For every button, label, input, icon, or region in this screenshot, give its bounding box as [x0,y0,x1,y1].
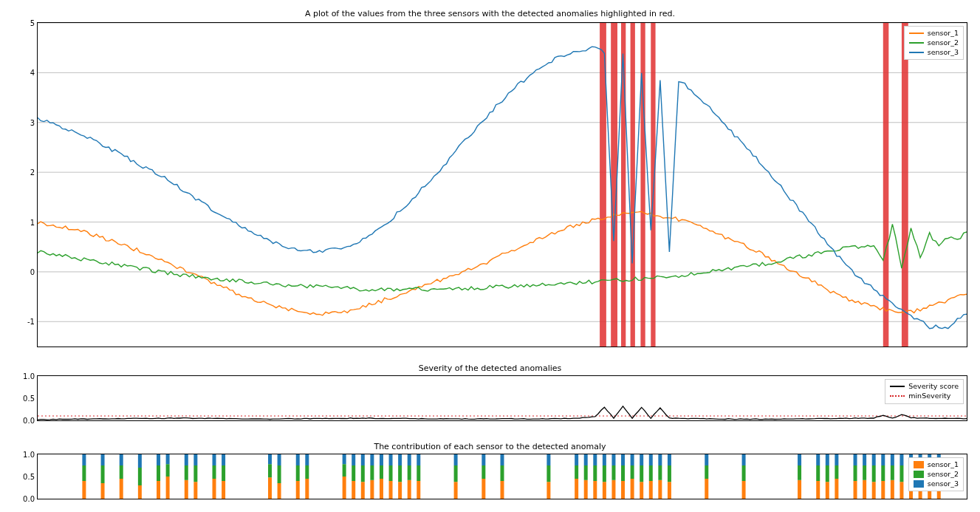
svg-rect-52 [296,481,300,499]
svg-rect-64 [361,482,365,499]
legend-label: sensor_2 [928,470,959,479]
svg-rect-92 [501,465,504,481]
svg-rect-25 [138,485,142,499]
sensors-plot-svg [38,23,967,347]
svg-rect-46 [268,477,272,499]
svg-rect-132 [705,454,708,465]
svg-rect-133 [742,481,746,499]
svg-rect-26 [138,468,142,485]
svg-rect-45 [222,454,225,465]
svg-rect-72 [380,454,383,465]
ytick-label: 0.0 [17,417,35,425]
subplot-contribution: sensor_1 sensor_2 sensor_3 0.00.51.0 [37,454,967,499]
svg-rect-79 [408,480,411,499]
svg-rect-127 [668,482,671,499]
svg-rect-93 [501,454,504,465]
svg-rect-77 [398,465,402,482]
ytick-label: 1.0 [17,451,35,459]
svg-rect-87 [454,454,458,465]
svg-rect-44 [222,465,225,481]
svg-rect-91 [501,481,504,499]
svg-rect-102 [584,454,588,465]
subplot-severity: Severity score minSeverity 0.00.51.0 [37,375,967,421]
svg-rect-16 [82,481,86,499]
svg-rect-157 [881,481,885,499]
svg-rect-78 [398,454,402,465]
svg-rect-129 [668,454,671,465]
svg-rect-30 [157,454,160,465]
svg-rect-89 [482,465,485,479]
svg-rect-104 [593,465,597,481]
legend-label: sensor_1 [928,29,959,38]
svg-rect-21 [101,454,105,465]
svg-rect-124 [658,480,662,499]
swatch-icon [890,395,905,397]
svg-rect-36 [185,454,188,465]
svg-rect-37 [193,482,197,499]
svg-rect-138 [798,454,801,465]
ytick-label: 0.5 [17,473,35,481]
svg-rect-10 [631,23,635,347]
svg-rect-159 [881,454,885,465]
svg-rect-56 [305,465,309,479]
svg-rect-153 [863,454,866,465]
legend-row: sensor_1 [909,29,959,38]
svg-rect-60 [343,454,346,464]
legend-row: minSeverity [890,392,959,401]
ytick-label: 3 [17,118,35,126]
legend-sensors: sensor_1 sensor_2 sensor_3 [904,26,964,60]
svg-rect-24 [120,454,123,465]
svg-rect-23 [120,465,123,479]
swatch-icon [914,471,924,478]
svg-rect-117 [631,454,634,465]
svg-rect-81 [408,454,411,465]
svg-rect-98 [575,465,578,479]
ytick-label: -1 [17,318,35,326]
svg-rect-84 [417,454,420,465]
svg-rect-50 [278,465,281,483]
svg-rect-39 [193,454,197,465]
swatch-icon [909,52,924,53]
svg-rect-165 [900,454,903,465]
svg-rect-55 [305,479,309,499]
svg-rect-123 [649,454,653,465]
svg-rect-162 [891,454,894,465]
svg-rect-62 [352,465,355,481]
svg-rect-63 [352,454,355,465]
svg-rect-122 [649,465,653,481]
svg-rect-31 [166,477,170,499]
svg-rect-119 [640,465,643,482]
svg-rect-88 [482,479,485,499]
svg-rect-27 [138,454,142,468]
svg-rect-58 [343,477,346,499]
svg-rect-19 [101,483,105,499]
ytick-label: 4 [17,69,35,77]
svg-rect-135 [742,454,746,465]
svg-rect-99 [575,454,578,465]
swatch-icon [909,42,924,44]
svg-rect-106 [603,482,606,499]
svg-rect-114 [621,454,625,465]
svg-rect-160 [891,480,894,499]
swatch-icon [909,33,924,34]
ytick-label: 0 [17,267,35,276]
svg-rect-22 [120,479,123,499]
ytick-label: 1.0 [17,372,35,380]
svg-rect-14 [902,23,908,347]
svg-rect-142 [826,482,829,499]
svg-rect-73 [389,481,393,499]
svg-rect-130 [705,479,708,499]
svg-rect-145 [835,479,838,499]
svg-rect-43 [222,481,225,499]
svg-rect-90 [482,454,485,465]
svg-rect-40 [213,479,216,499]
svg-rect-111 [611,454,615,465]
svg-rect-80 [408,465,411,480]
svg-rect-96 [546,454,550,465]
svg-rect-85 [454,482,458,499]
svg-rect-147 [835,454,838,465]
svg-rect-66 [361,454,365,465]
svg-rect-35 [185,465,188,480]
legend-label: sensor_2 [928,38,959,48]
svg-rect-28 [157,481,160,499]
